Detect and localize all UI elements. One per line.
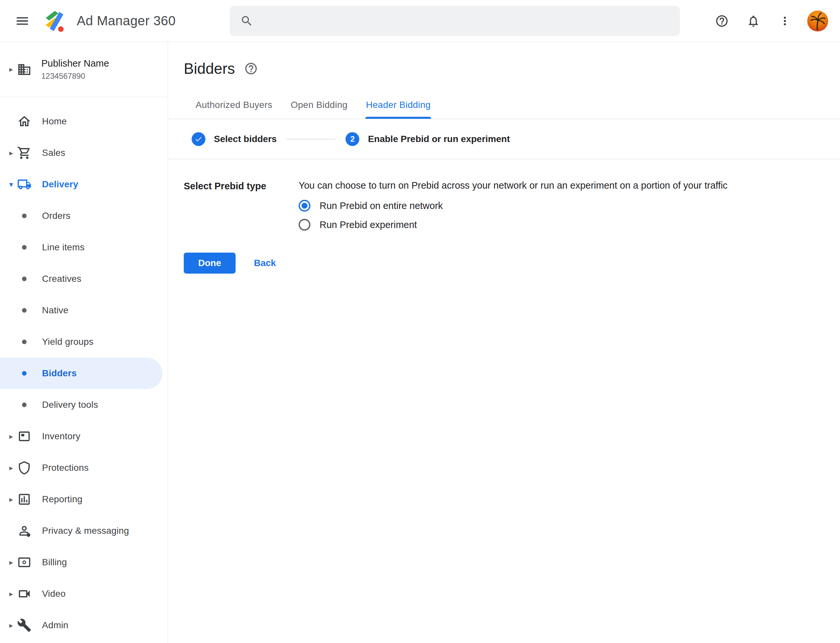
bullet-icon — [17, 272, 31, 286]
search-icon — [240, 15, 253, 28]
sidebar-item-label: Inventory — [42, 431, 80, 442]
radio-option-experiment[interactable]: Run Prebid experiment — [299, 215, 727, 234]
radio-selected-icon[interactable] — [299, 200, 311, 212]
notifications-bell-icon[interactable] — [746, 14, 761, 28]
tab-authorized-buyers[interactable]: Authorized Buyers — [186, 91, 281, 119]
radio-label: Run Prebid on entire network — [320, 201, 443, 211]
bullet-icon — [17, 335, 31, 349]
section-label: Select Prebid type — [184, 180, 299, 234]
home-icon — [17, 114, 31, 129]
sidebar-item-delivery[interactable]: ▾ Delivery — [0, 169, 168, 200]
chevron-right-icon: ▸ — [5, 589, 17, 598]
help-icon[interactable] — [715, 14, 729, 28]
sidebar-item-label: Native — [42, 305, 69, 316]
sidebar: ▸ Publisher Name 1234567890 Home ▸ Sales… — [0, 42, 168, 643]
shield-icon — [17, 460, 31, 475]
cart-icon — [17, 146, 31, 160]
tab-header-bidding[interactable]: Header Bidding — [357, 91, 440, 119]
bullet-icon — [17, 240, 31, 255]
chevron-right-icon: ▸ — [5, 558, 17, 567]
more-vert-icon[interactable] — [778, 14, 792, 28]
top-app-bar: Ad Manager 360 — [0, 0, 840, 42]
bullet-icon — [17, 303, 31, 318]
page-header: Bidders — [168, 42, 840, 77]
sidebar-item-billing[interactable]: ▸ Billing — [0, 547, 168, 578]
page-help-icon[interactable] — [244, 62, 258, 75]
sidebar-item-line-items[interactable]: Line items — [0, 232, 168, 263]
publisher-id: 1234567890 — [41, 72, 109, 81]
sidebar-item-creatives[interactable]: Creatives — [0, 263, 168, 295]
sidebar-item-label: Home — [42, 116, 67, 127]
chevron-down-icon: ▾ — [5, 180, 17, 189]
form-actions: Done Back — [168, 253, 840, 274]
sidebar-item-label: Billing — [42, 557, 67, 568]
sidebar-item-inventory[interactable]: ▸ Inventory — [0, 421, 168, 452]
sidebar-item-privacy-messaging[interactable]: Privacy & messaging — [0, 515, 168, 547]
sidebar-item-label: Bidders — [42, 368, 77, 379]
building-icon — [17, 62, 31, 77]
sidebar-item-yield-groups[interactable]: Yield groups — [0, 326, 168, 357]
header-actions — [698, 0, 828, 42]
sidebar-item-protections[interactable]: ▸ Protections — [0, 452, 168, 483]
page-title: Bidders — [184, 60, 235, 77]
videocam-icon — [17, 587, 31, 601]
sidebar-item-label: Admin — [42, 620, 68, 630]
truck-icon — [17, 177, 31, 192]
sidebar-item-orders[interactable]: Orders — [0, 200, 168, 232]
sidebar-item-label: Orders — [42, 211, 70, 221]
chevron-right-icon: ▸ — [5, 621, 17, 630]
publisher-selector[interactable]: ▸ Publisher Name 1234567890 — [0, 42, 168, 97]
payment-icon — [17, 555, 31, 570]
sidebar-item-label: Sales — [42, 148, 65, 158]
sidebar-item-label: Line items — [42, 242, 85, 253]
done-button[interactable]: Done — [184, 253, 235, 274]
sidebar-item-bidders[interactable]: Bidders — [0, 357, 162, 389]
search-bar[interactable] — [230, 6, 680, 36]
sidebar-item-native[interactable]: Native — [0, 295, 168, 326]
chevron-right-icon: ▸ — [5, 432, 17, 441]
sidebar-item-admin[interactable]: ▸ Admin — [0, 610, 168, 641]
radio-unselected-icon[interactable] — [299, 219, 311, 231]
step-enable-prebid[interactable]: 2 Enable Prebid or run experiment — [345, 132, 510, 146]
step-connector — [286, 139, 336, 139]
step1-label: Select bidders — [214, 134, 276, 144]
sidebar-item-sales[interactable]: ▸ Sales — [0, 137, 168, 169]
tab-bar: Authorized Buyers Open Bidding Header Bi… — [168, 91, 840, 119]
radio-option-entire-network[interactable]: Run Prebid on entire network — [299, 196, 727, 215]
chevron-right-icon: ▸ — [5, 65, 17, 74]
back-link[interactable]: Back — [254, 258, 276, 268]
sidebar-item-reporting[interactable]: ▸ Reporting — [0, 483, 168, 515]
main-content: Bidders Authorized Buyers Open Bidding H… — [168, 42, 840, 643]
step-select-bidders[interactable]: Select bidders — [192, 132, 276, 146]
avatar[interactable] — [807, 10, 828, 31]
sidebar-item-label: Delivery tools — [42, 400, 98, 410]
sidebar-item-label: Privacy & messaging — [42, 525, 129, 536]
section-description: You can choose to turn on Prebid across … — [299, 180, 727, 191]
sidebar-nav: Home ▸ Sales ▾ Delivery Orders Line it — [0, 97, 168, 641]
step1-circle — [192, 132, 206, 146]
sidebar-item-delivery-tools[interactable]: Delivery tools — [0, 389, 168, 421]
chevron-right-icon: ▸ — [5, 495, 17, 504]
radio-label: Run Prebid experiment — [320, 219, 417, 230]
hamburger-menu-icon[interactable] — [14, 13, 31, 29]
chevron-right-icon: ▸ — [5, 463, 17, 472]
sidebar-item-label: Creatives — [42, 274, 82, 284]
app-title: Ad Manager 360 — [77, 13, 176, 28]
chevron-right-icon: ▸ — [5, 149, 17, 157]
inventory-icon — [17, 429, 31, 444]
sidebar-item-label: Protections — [42, 463, 88, 473]
tab-open-bidding[interactable]: Open Bidding — [281, 91, 357, 119]
sidebar-item-label: Video — [42, 589, 65, 599]
check-icon — [194, 135, 203, 143]
radio-group: Run Prebid on entire network Run Prebid … — [299, 196, 727, 234]
search-input[interactable] — [262, 15, 669, 26]
prebid-type-section: Select Prebid type You can choose to tur… — [168, 180, 840, 234]
person-icon — [17, 524, 31, 538]
step2-label: Enable Prebid or run experiment — [368, 134, 510, 144]
sidebar-item-home[interactable]: Home — [0, 106, 168, 137]
sidebar-item-label: Reporting — [42, 494, 82, 504]
sidebar-item-video[interactable]: ▸ Video — [0, 578, 168, 610]
publisher-name: Publisher Name — [41, 58, 109, 69]
step2-circle: 2 — [345, 132, 359, 146]
ad-manager-logo — [42, 9, 67, 33]
